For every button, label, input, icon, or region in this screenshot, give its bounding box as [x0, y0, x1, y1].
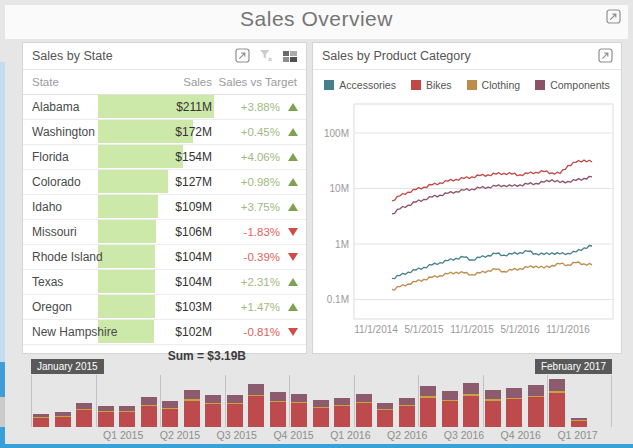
bar-segment-bikes [227, 404, 243, 427]
legend-label: Bikes [426, 79, 452, 91]
selector-bar-feb-2016[interactable] [313, 400, 329, 427]
target-percent: -0.39% [244, 251, 280, 263]
export-icon[interactable] [598, 48, 613, 63]
range-end-badge[interactable]: February 2017 [535, 359, 612, 374]
selector-bar-may-2015[interactable] [119, 406, 135, 427]
table-row[interactable]: Oregon$103M+1.47% [23, 295, 306, 320]
table-row[interactable]: Rhode Island$104M-0.39% [23, 245, 306, 270]
legend-item-clothing[interactable]: Clothing [467, 79, 521, 91]
selector-bar-jul-2016[interactable] [420, 386, 436, 427]
selector-bar-jan-2017[interactable] [549, 379, 565, 427]
state-cell: Colorado [32, 175, 81, 189]
target-percent: -1.83% [244, 226, 280, 238]
target-percent: +4.06% [241, 151, 280, 163]
state-cell: Washington [32, 125, 95, 139]
legend-swatch [411, 80, 421, 90]
bar-segment-components [313, 400, 329, 407]
range-end-handle[interactable] [611, 375, 612, 427]
bar-segment-bikes [313, 408, 329, 427]
selector-bar-apr-2015[interactable] [98, 406, 114, 427]
selector-bar-dec-2016[interactable] [528, 385, 544, 427]
line-series-components [392, 176, 592, 214]
selector-bar-oct-2015[interactable] [227, 395, 243, 427]
selector-bar-mar-2015[interactable] [76, 403, 92, 427]
line-series-bikes [392, 160, 592, 201]
dashboard: Sales Overview Sales by State State [0, 0, 633, 448]
selector-bar-nov-2016[interactable] [506, 388, 522, 427]
selector-bar-jun-2015[interactable] [141, 397, 157, 427]
chart-legend: AccessoriesBikesClothingComponents [313, 79, 621, 91]
trend-up-icon [288, 128, 298, 136]
selector-bar-may-2016[interactable] [377, 403, 393, 427]
table-row[interactable]: Texas$104M+2.31% [23, 270, 306, 295]
quarter-separator [354, 375, 355, 427]
x-axis-label: 11/1/2015 [450, 324, 494, 335]
range-selector[interactable]: January 2015 February 2017 Q1 2015Q2 201… [0, 356, 633, 444]
sales-value: $102M [98, 325, 212, 339]
filter-icon[interactable] [259, 48, 274, 63]
table-row[interactable]: Idaho$109M+3.75% [23, 195, 306, 220]
column-header-state[interactable]: State [32, 76, 59, 88]
table-row[interactable]: New Hampshire$102M-0.81% [23, 320, 306, 345]
table-row[interactable]: Alabama$211M+3.88% [23, 95, 306, 120]
export-icon[interactable] [235, 48, 250, 63]
selector-bar-aug-2015[interactable] [184, 390, 200, 427]
quarter-label: Q1 2017 [557, 429, 597, 441]
selector-bar-sep-2016[interactable] [463, 383, 479, 427]
table-row[interactable]: Colorado$127M+0.98% [23, 170, 306, 195]
legend-item-accessories[interactable]: Accessories [324, 79, 396, 91]
target-percent: +2.31% [241, 276, 280, 288]
selector-bar-feb-2015[interactable] [55, 412, 71, 427]
quarter-separator [225, 375, 226, 427]
target-percent: -0.81% [244, 326, 280, 338]
legend-item-components[interactable]: Components [535, 79, 610, 91]
legend-item-bikes[interactable]: Bikes [411, 79, 452, 91]
trend-down-icon [288, 228, 298, 236]
bar-segment-bikes [162, 409, 178, 427]
line-series-accessories [392, 246, 592, 279]
selector-bar-oct-2016[interactable] [485, 390, 501, 427]
table-row[interactable]: Florida$154M+4.06% [23, 145, 306, 170]
selector-bar-mar-2016[interactable] [334, 398, 350, 427]
legend-swatch [535, 80, 545, 90]
trend-up-icon [288, 278, 298, 286]
selector-bar-jan-2016[interactable] [291, 394, 307, 427]
bar-segment-bikes [119, 412, 135, 427]
quarter-label: Q1 2016 [330, 429, 370, 441]
selector-bar-jun-2016[interactable] [399, 398, 415, 427]
sales-value: $106M [98, 225, 212, 239]
window-edge-strip [0, 62, 5, 362]
range-start-badge[interactable]: January 2015 [31, 359, 104, 374]
bar-segment-components [248, 384, 264, 395]
y-axis-label: 100M [324, 128, 349, 139]
table-row[interactable]: Washington$172M+0.45% [23, 120, 306, 145]
bar-segment-bikes [420, 398, 436, 427]
bar-segment-components [463, 383, 479, 394]
selector-bar-nov-2015[interactable] [248, 384, 264, 427]
y-axis-label: 1M [335, 239, 349, 250]
target-percent: +0.98% [241, 176, 280, 188]
selector-bar-jan-2015[interactable] [33, 414, 49, 427]
line-series-clothing [392, 262, 592, 290]
selector-bar-aug-2016[interactable] [442, 391, 458, 427]
bar-segment-bikes [399, 406, 415, 427]
selector-bar-feb-2017[interactable] [571, 418, 587, 427]
bar-segment-components [227, 395, 243, 403]
legend-label: Clothing [482, 79, 521, 91]
x-axis-label: 5/1/2016 [501, 324, 540, 335]
grid-icon[interactable] [283, 48, 298, 63]
export-icon[interactable] [606, 9, 621, 24]
table-row[interactable]: Missouri$106M-1.83% [23, 220, 306, 245]
selector-bar-dec-2015[interactable] [270, 392, 286, 427]
selector-bar-sep-2015[interactable] [205, 395, 221, 427]
bar-segment-bikes [334, 406, 350, 427]
range-start-handle[interactable] [31, 375, 32, 427]
selector-bar-apr-2016[interactable] [356, 394, 372, 427]
legend-label: Accessories [339, 79, 396, 91]
column-header-sales[interactable]: Sales [98, 76, 212, 88]
target-percent: +0.45% [241, 126, 280, 138]
sales-value: $172M [98, 125, 212, 139]
bar-segment-bikes [184, 401, 200, 427]
selector-bar-jul-2015[interactable] [162, 401, 178, 427]
column-header-sales-vs-target[interactable]: Sales vs Target [219, 76, 297, 88]
